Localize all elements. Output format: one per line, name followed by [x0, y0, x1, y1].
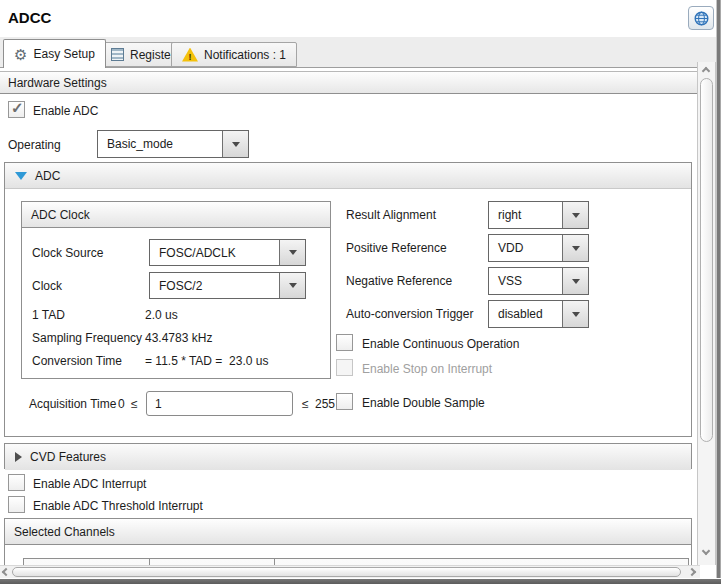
operating-label: Operating — [8, 138, 61, 152]
enable-adc-interrupt-label: Enable ADC Interrupt — [33, 477, 146, 491]
enable-double-sample-label: Enable Double Sample — [362, 396, 485, 410]
auto-conversion-trigger-dropdown[interactable]: disabled — [488, 300, 589, 328]
chevron-down-icon — [562, 202, 588, 228]
chevron-down-icon — [279, 240, 305, 265]
gear-icon: ⚙ — [14, 47, 27, 62]
conversion-time-label: Conversion Time — [32, 354, 122, 368]
enable-adc-checkbox[interactable] — [8, 101, 25, 118]
vertical-scrollbar[interactable] — [697, 62, 716, 565]
horizontal-scrollbar-thumb[interactable] — [12, 567, 681, 577]
tab-easy-setup-label: Easy Setup — [33, 47, 94, 61]
vertical-scrollbar-thumb[interactable] — [700, 78, 713, 442]
clock-source-dropdown[interactable]: FOSC/ADCLK — [149, 239, 306, 266]
result-alignment-dropdown[interactable]: right — [488, 201, 589, 229]
adc-clock-groupbox: ADC Clock Clock Source FOSC/ADCLK Clock … — [21, 201, 331, 379]
clock-source-value: FOSC/ADCLK — [150, 240, 279, 265]
registers-icon — [111, 48, 124, 61]
scroll-down-icon[interactable] — [702, 547, 710, 555]
acquisition-time-label: Acquisition Time — [29, 397, 116, 411]
chevron-down-icon — [562, 301, 588, 327]
negative-reference-value: VSS — [489, 268, 562, 294]
positive-reference-value: VDD — [489, 235, 562, 261]
cvd-features-title: CVD Features — [30, 450, 106, 464]
adc-section-header[interactable]: ADC — [5, 163, 691, 189]
selected-channels-title: Selected Channels — [14, 525, 115, 539]
adc-section: ADC ADC Clock Clock Source FOSC/ADCLK Cl… — [4, 162, 692, 437]
scroll-right-icon[interactable] — [688, 568, 696, 576]
clock-value: FOSC/2 — [150, 273, 279, 298]
chevron-down-icon — [562, 235, 588, 261]
sampling-frequency-value: 43.4783 kHz — [145, 331, 212, 345]
enable-stop-on-interrupt-checkbox — [336, 359, 353, 376]
clock-dropdown[interactable]: FOSC/2 — [149, 272, 306, 299]
channels-table[interactable] — [23, 558, 689, 565]
tab-notifications[interactable]: ! Notifications : 1 — [171, 42, 297, 67]
tab-easy-setup[interactable]: ⚙ Easy Setup — [3, 39, 106, 68]
tad-label: 1 TAD — [32, 308, 65, 322]
scroll-left-icon[interactable] — [2, 568, 10, 576]
help-globe-button[interactable] — [688, 6, 714, 30]
tab-strip: ⚙ Easy Setup Registers ! Notifications :… — [0, 37, 717, 68]
adc-section-title: ADC — [35, 169, 60, 183]
leq-symbol: ≤ — [302, 397, 309, 411]
enable-stop-on-interrupt-label: Enable Stop on Interrupt — [362, 362, 492, 376]
sampling-frequency-label: Sampling Frequency — [32, 331, 142, 345]
easy-setup-panel: Hardware Settings Enable ADC Operating B… — [0, 68, 697, 565]
horizontal-scrollbar[interactable] — [0, 565, 700, 578]
chevron-down-icon — [222, 131, 248, 157]
auto-conversion-trigger-label: Auto-conversion Trigger — [346, 307, 473, 321]
acquisition-time-input[interactable] — [146, 391, 293, 416]
negative-reference-dropdown[interactable]: VSS — [488, 267, 589, 295]
globe-icon — [693, 10, 710, 27]
enable-continuous-operation-label: Enable Continuous Operation — [362, 337, 519, 351]
adc-clock-header: ADC Clock — [22, 202, 330, 228]
scroll-up-icon[interactable] — [702, 67, 710, 75]
clock-source-label: Clock Source — [32, 246, 103, 260]
expand-triangle-icon — [15, 452, 22, 462]
window-border — [0, 579, 721, 584]
warning-icon: ! — [182, 48, 198, 62]
enable-adc-label: Enable ADC — [33, 104, 98, 118]
result-alignment-label: Result Alignment — [346, 208, 436, 222]
positive-reference-label: Positive Reference — [346, 241, 447, 255]
enable-adc-threshold-interrupt-checkbox[interactable] — [8, 496, 25, 513]
page-title: ADCC — [8, 9, 51, 26]
positive-reference-dropdown[interactable]: VDD — [488, 234, 589, 262]
title-bar: ADCC — [0, 0, 717, 37]
enable-adc-threshold-interrupt-label: Enable ADC Threshold Interrupt — [33, 499, 203, 513]
acquisition-time-min: 0 — [118, 397, 125, 411]
operating-mode-dropdown[interactable]: Basic_mode — [97, 130, 249, 158]
negative-reference-label: Negative Reference — [346, 274, 452, 288]
adc-clock-title: ADC Clock — [31, 208, 90, 222]
conversion-time-value: = 11.5 * TAD = 23.0 us — [145, 354, 268, 368]
hardware-settings-header: Hardware Settings — [0, 71, 697, 94]
leq-symbol: ≤ — [131, 397, 138, 411]
acquisition-time-max: 255 — [315, 397, 335, 411]
tab-notifications-label: Notifications : 1 — [204, 48, 286, 62]
collapse-triangle-icon — [15, 172, 27, 180]
enable-double-sample-checkbox[interactable] — [336, 393, 353, 410]
operating-mode-value: Basic_mode — [98, 131, 222, 157]
selected-channels-section: Selected Channels — [4, 518, 692, 565]
cvd-features-header[interactable]: CVD Features — [5, 444, 691, 470]
cvd-features-section: CVD Features — [4, 443, 692, 469]
adcc-window: ADCC ⚙ Easy Setup Registers ! Notificati… — [0, 0, 721, 584]
enable-adc-interrupt-checkbox[interactable] — [8, 474, 25, 491]
chevron-down-icon — [562, 268, 588, 294]
result-alignment-value: right — [489, 202, 562, 228]
hardware-settings-title: Hardware Settings — [8, 76, 107, 90]
auto-conversion-trigger-value: disabled — [489, 301, 562, 327]
tad-value: 2.0 us — [145, 308, 178, 322]
selected-channels-header: Selected Channels — [5, 519, 691, 545]
enable-continuous-operation-checkbox[interactable] — [336, 334, 353, 351]
chevron-down-icon — [279, 273, 305, 298]
clock-label: Clock — [32, 279, 62, 293]
